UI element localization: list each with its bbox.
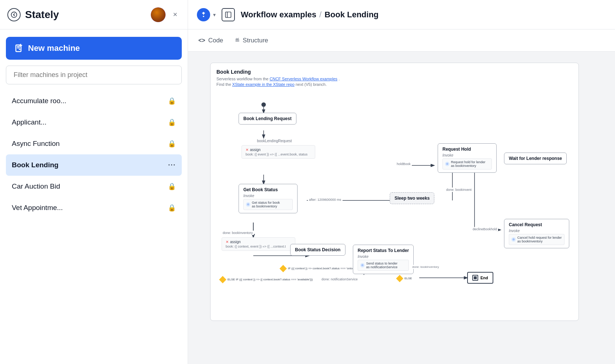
breadcrumb-machine: Book Lending (324, 10, 379, 20)
list-item[interactable]: Vet Appointme... 🔒 (6, 197, 182, 218)
list-item[interactable]: Async Function 🔒 (6, 133, 182, 154)
state-get-book-status: Get Book Status Invoke ⊙ Get status for … (239, 184, 298, 213)
machine-name: Car Auction Bid (12, 182, 60, 190)
subtitle-text-1: Serverless workflow from the (216, 77, 270, 81)
done-inventory-right-label: done: bookInventory (411, 265, 440, 269)
machine-name: Accumulate roo... (12, 97, 66, 105)
breadcrumb-separator: / (319, 10, 322, 20)
state-book-status-decision: Book Status Decision (290, 244, 345, 256)
subtitle-link-2[interactable]: XState example in the XState repo (232, 82, 295, 87)
node-title-sleep: Sleep two weeks (395, 196, 430, 201)
node-title-wl: Wait for Lender response (509, 156, 562, 161)
diagram-title: Book Lending (216, 69, 573, 75)
filter-input[interactable] (6, 66, 182, 84)
invoke-label-gbs: Invoke (243, 194, 293, 198)
invoke-label-rh: Invoke (442, 153, 492, 157)
diagram-container: Book Lending Serverless workflow from th… (210, 63, 579, 321)
sidebar-toggle-button[interactable] (222, 8, 235, 21)
machine-right-active: ··· (168, 161, 176, 169)
else-condition: ELSE (397, 276, 412, 281)
machine-name: Async Function (12, 140, 60, 148)
node-title-bsd: Book Status Decision (295, 247, 341, 252)
after-label: after: 1209600000 ms (308, 197, 343, 202)
state-end: End (467, 272, 493, 284)
app-title: Stately (25, 9, 146, 21)
machine-name: Applicant... (12, 118, 46, 126)
close-button[interactable]: × (170, 10, 180, 20)
svg-point-0 (11, 12, 17, 17)
lock-icon: 🔒 (168, 140, 176, 148)
logo-area: ▾ (197, 8, 216, 21)
holdbook-label: holdBook (396, 162, 412, 166)
new-machine-label: New machine (28, 43, 80, 53)
top-header: Stately × ▾ Workflow examples (0, 0, 615, 29)
lock-icon: 🔒 (168, 97, 176, 105)
content-area: <> Code ≝ Structure Book Lending Serverl… (188, 29, 615, 364)
new-machine-button[interactable]: New machine (6, 37, 182, 60)
avatar-image (151, 7, 166, 22)
machine-name-active: Book Lending (12, 161, 59, 169)
done-bookinvent-label: done: bookInvent (445, 188, 473, 192)
list-item[interactable]: Accumulate roo... 🔒 (6, 90, 182, 112)
else-if-condition: ELSE IF (({ context }) => {{ context.boo… (220, 277, 313, 282)
end-label: End (480, 276, 488, 280)
diagram-body: Book Lending Request bookLendingRequest … (216, 94, 573, 315)
node-title-gbs: Get Book Status (243, 187, 293, 192)
content-tabs: <> Code ≝ Structure (188, 29, 615, 52)
tab-code-label: Code (208, 37, 223, 44)
subtitle-text-3: next (V5) branch. (296, 82, 327, 87)
state-sleep: Sleep two weeks (390, 192, 434, 204)
more-options-button[interactable]: ··· (168, 161, 176, 169)
machine-right: 🔒 (168, 118, 176, 126)
diagram-subtitle: Serverless workflow from the CNCF Server… (216, 76, 573, 88)
svg-point-5 (261, 102, 266, 107)
list-item-active[interactable]: Book Lending ··· (6, 154, 182, 176)
breadcrumb-project[interactable]: Workflow examples (241, 10, 316, 20)
tab-code[interactable]: <> Code (197, 34, 225, 47)
list-item[interactable]: Car Auction Bid 🔒 (6, 176, 182, 197)
machine-right: 🔒 (168, 140, 176, 148)
if-condition: IF (({ context }) => context.book?.statu… (281, 266, 357, 271)
node-title-cr: Cancel Request (509, 222, 564, 227)
invoke-label-rst: Invoke (358, 255, 409, 259)
lock-icon: 🔒 (168, 118, 176, 126)
stately-logo-icon[interactable] (197, 8, 210, 21)
state-wait-lender: Wait for Lender response (504, 153, 567, 164)
breadcrumb: Workflow examples / Book Lending (241, 10, 379, 20)
tab-structure[interactable]: ≝ Structure (233, 34, 270, 47)
node-title-blr: Book Lending Request (243, 116, 292, 121)
canvas-area[interactable]: Book Lending Serverless workflow from th… (188, 52, 615, 364)
avatar[interactable] (151, 7, 166, 22)
state-cancel-request: Cancel Request Invoke ⊙ Cancel hold requ… (504, 219, 569, 248)
right-header-area: ▾ Workflow examples / Book Lending (188, 8, 615, 21)
event-label: bookLendingRequest (257, 137, 292, 144)
machine-right: 🔒 (168, 204, 176, 212)
node-title-rh: Request Hold (442, 147, 492, 152)
list-item[interactable]: Applicant... 🔒 (6, 112, 182, 133)
state-book-lending-request: Book Lending Request (239, 113, 296, 125)
lock-icon: 🔒 (168, 182, 176, 190)
machine-name: Vet Appointme... (12, 204, 63, 212)
assign-action-box-2: ✕assign book: ({ context, event }) => ({… (222, 237, 295, 251)
machine-right: 🔒 (168, 97, 176, 105)
back-button[interactable] (7, 8, 21, 21)
node-title-rst: Report Status To Lender (358, 248, 409, 253)
sidebar: New machine Accumulate roo... 🔒 Applican… (0, 29, 188, 364)
assign-action-box: ✕assign book: ({ event }) => ({ ...event… (242, 145, 315, 159)
svg-rect-2 (226, 12, 231, 17)
state-request-hold: Request Hold Invoke ⊙ Request hold for l… (438, 143, 497, 173)
done-inventory-label: done: bookInventory (222, 231, 254, 235)
code-icon: <> (198, 37, 205, 44)
invoke-label-cr: Invoke (509, 229, 564, 233)
structure-icon: ≝ (235, 37, 240, 44)
tab-structure-label: Structure (243, 37, 268, 44)
svg-point-1 (203, 15, 204, 17)
done-notification-label: done: notificationService (320, 277, 359, 281)
end-icon (472, 275, 478, 281)
machine-list: Accumulate roo... 🔒 Applicant... 🔒 Async… (6, 90, 182, 218)
state-report-status: Report Status To Lender Invoke ⊙ Send st… (353, 245, 414, 274)
logo-chevron-icon[interactable]: ▾ (213, 12, 216, 18)
left-header-area: Stately × (0, 0, 188, 29)
subtitle-link[interactable]: CNCF Serverless Workflow examples (270, 77, 337, 81)
lock-icon: 🔒 (168, 204, 176, 212)
